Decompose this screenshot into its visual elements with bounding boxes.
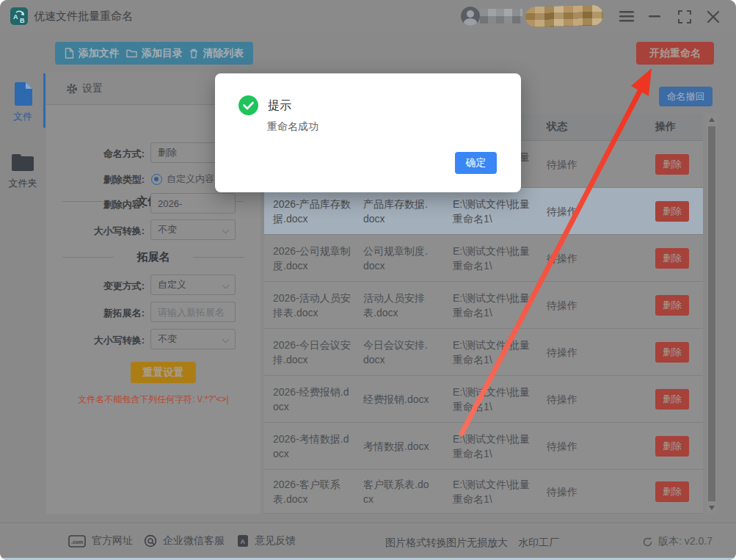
- watermark-factory-link[interactable]: 水印工厂: [518, 537, 559, 550]
- add-file-button[interactable]: 添加文件: [65, 47, 120, 60]
- delete-row-button[interactable]: 删除: [655, 201, 689, 222]
- add-directory-label: 添加目录: [142, 47, 183, 60]
- radio-custom-content[interactable]: [151, 174, 162, 185]
- gear-icon: [66, 83, 78, 95]
- svg-text:.com: .com: [71, 539, 83, 545]
- delete-content-input[interactable]: [150, 193, 236, 214]
- delete-type-label: 删除类型:: [46, 173, 145, 186]
- maximize-icon[interactable]: [677, 10, 693, 23]
- feedback-label: 意见反馈: [255, 534, 296, 548]
- divider: [193, 257, 244, 258]
- clear-list-label: 清除列表: [203, 47, 244, 60]
- table-row[interactable]: 2026-产品库存数据.docx产品库存数据.docxE:\测试文件\批量重命名…: [264, 188, 703, 235]
- cell-status: 待操作: [547, 141, 605, 187]
- dialog-title: 提示: [268, 98, 291, 114]
- wechat-icon: [144, 534, 157, 548]
- menu-icon[interactable]: [619, 10, 635, 23]
- ext-case-convert-label: 大小写转换:: [46, 334, 145, 347]
- sidebar-item-files[interactable]: 文件: [0, 82, 45, 123]
- feedback-link[interactable]: A 意见反馈: [237, 534, 296, 548]
- username-redacted: [480, 9, 522, 23]
- case-convert-value: 不变: [158, 223, 177, 236]
- footer: .com 官方网址 企业微信客服 A 意见反馈 图片格式转换 图片无损放大 水印…: [0, 523, 736, 560]
- table-row[interactable]: 2026-今日会议安排.docx今日会议安排.docxE:\测试文件\批量重命名…: [264, 329, 703, 376]
- file-page-icon: [13, 82, 32, 106]
- cell-old-name: 2026-客户联系表.docx: [273, 470, 351, 513]
- new-extension-label: 新拓展名:: [46, 307, 145, 320]
- cell-new-name: 今日会议安排.docx: [363, 329, 433, 375]
- reset-settings-button[interactable]: 重置设置: [131, 362, 196, 383]
- filename-warning-text: 文件名不能包含下列任何字符: \/:*?"<>|: [46, 393, 260, 406]
- cell-status: 待操作: [547, 282, 605, 328]
- table-row[interactable]: 2026-考情数据.docx考情数据.docxE:\测试文件\批量重命名1\待操…: [264, 423, 703, 470]
- logo-letter-a: A: [13, 13, 18, 21]
- delete-row-button[interactable]: 删除: [655, 481, 689, 502]
- divider: [62, 257, 114, 258]
- change-method-label: 变更方式:: [46, 280, 145, 293]
- version-info: 版本: v2.0.7: [642, 535, 713, 548]
- add-file-label: 添加文件: [79, 47, 120, 60]
- refresh-icon[interactable]: [642, 537, 653, 548]
- trash-icon: [189, 48, 198, 59]
- success-dialog: 提示 重命名成功 确定: [215, 73, 521, 192]
- image-format-convert-link[interactable]: 图片格式转换: [385, 537, 447, 550]
- add-directory-button[interactable]: 添加目录: [126, 47, 183, 60]
- new-extension-input[interactable]: [150, 302, 236, 322]
- cell-old-name: 2026-经费报销.docx: [273, 376, 351, 422]
- cell-old-name: 2026-活动人员安排表.docx: [273, 282, 351, 328]
- undo-rename-button[interactable]: 命名撤回: [659, 87, 713, 106]
- scroll-up-icon[interactable]: [709, 117, 715, 122]
- cell-path: E:\测试文件\批量重命名1\: [453, 235, 535, 281]
- cell-new-name: 活动人员安排表.docx: [363, 282, 433, 328]
- start-rename-button[interactable]: 开始重命名: [636, 42, 714, 65]
- naming-method-value: 删除: [158, 146, 177, 159]
- settings-header-label: 设置: [82, 82, 103, 95]
- cell-path: E:\测试文件\批量重命名1\: [453, 376, 535, 422]
- table-row[interactable]: 2026-经费报销.docx经费报销.docxE:\测试文件\批量重命名1\待操…: [264, 376, 703, 423]
- table-scrollbar[interactable]: [707, 114, 717, 514]
- dialog-message: 重命名成功: [267, 120, 318, 134]
- scrollbar-thumb[interactable]: [708, 126, 715, 501]
- case-convert-select[interactable]: 不变: [150, 219, 236, 240]
- delete-row-button[interactable]: 删除: [655, 342, 689, 363]
- sidebar-files-label: 文件: [0, 110, 45, 123]
- cell-path: E:\测试文件\批量重命名1\: [453, 423, 535, 469]
- close-icon[interactable]: [706, 10, 722, 23]
- delete-row-button[interactable]: 删除: [655, 389, 689, 410]
- app-window: A B 优速文件批量重命名 添: [0, 0, 736, 560]
- table-row[interactable]: 2026-公司规章制度.docx公司规章制度.docxE:\测试文件\批量重命名…: [264, 235, 703, 282]
- wechat-support-link[interactable]: 企业微信客服: [144, 534, 225, 548]
- minimize-icon[interactable]: [648, 11, 664, 24]
- file-icon: [65, 48, 74, 59]
- vip-badge-redacted[interactable]: [525, 5, 604, 28]
- cell-path: E:\测试文件\批量重命名1\: [453, 329, 535, 375]
- title-bar: A B 优速文件批量重命名: [0, 0, 736, 32]
- clear-list-button[interactable]: 清除列表: [189, 47, 244, 60]
- success-check-icon: [238, 95, 258, 115]
- delete-row-button[interactable]: 删除: [655, 248, 689, 269]
- delete-row-button[interactable]: 删除: [655, 154, 689, 175]
- table-body: E:\测试文件\批量重命名1\待操作删除2026-产品库存数据.docx产品库存…: [264, 141, 703, 514]
- change-method-select[interactable]: 自定义: [150, 274, 236, 295]
- folder-icon: [126, 48, 137, 58]
- feedback-icon: A: [237, 534, 249, 548]
- dialog-ok-button[interactable]: 确定: [455, 152, 497, 174]
- radio-custom-content-label: 自定义内容: [167, 172, 214, 186]
- table-row[interactable]: 2026-活动人员安排表.docx活动人员安排表.docxE:\测试文件\批量重…: [264, 282, 703, 329]
- ext-case-convert-select[interactable]: 不变: [150, 329, 236, 349]
- table-row[interactable]: 2026-客户联系表.docx客户联系表.docxE:\测试文件\批量重命名1\…: [264, 470, 703, 514]
- cell-status: 待操作: [547, 376, 605, 422]
- version-label: 版本: v2.0.7: [658, 535, 713, 548]
- delete-row-button[interactable]: 删除: [655, 295, 689, 316]
- user-avatar[interactable]: [461, 7, 480, 26]
- scroll-down-icon[interactable]: [709, 506, 715, 510]
- delete-row-button[interactable]: 删除: [655, 436, 689, 457]
- cell-old-name: 2026-产品库存数据.docx: [273, 188, 351, 234]
- image-upscale-link[interactable]: 图片无损放大: [446, 537, 508, 550]
- sidebar-item-folders[interactable]: 文件夹: [0, 153, 45, 190]
- logo-letter-b: B: [20, 17, 25, 24]
- cell-status: 待操作: [547, 470, 605, 513]
- official-website-link[interactable]: .com 官方网址: [68, 534, 133, 548]
- change-method-value: 自定义: [158, 278, 186, 291]
- sidebar-active-indicator: [43, 73, 45, 128]
